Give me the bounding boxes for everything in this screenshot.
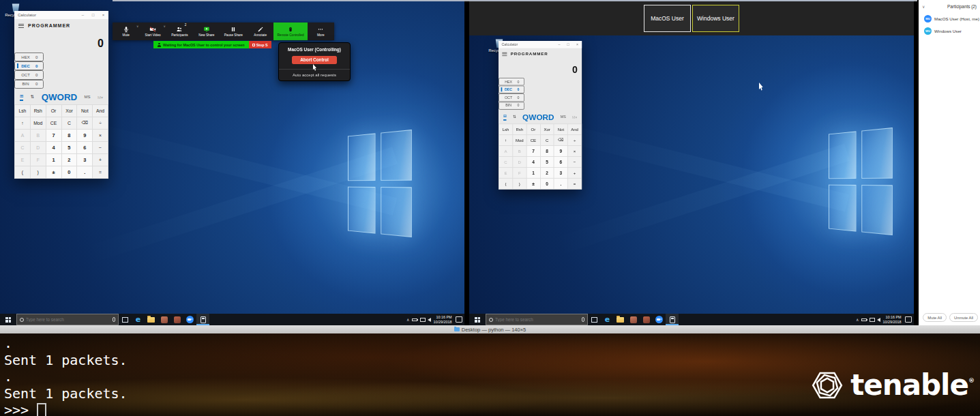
calc-key[interactable]: × — [568, 146, 581, 156]
calc-key[interactable]: D — [513, 157, 526, 167]
speaker-icon[interactable] — [428, 318, 431, 322]
maximize-button[interactable]: □ — [564, 41, 573, 48]
zoom-app-icon[interactable] — [183, 314, 196, 325]
calc-key[interactable]: Xor — [62, 105, 77, 117]
calc-key[interactable]: A — [499, 146, 512, 156]
remote-control-button[interactable]: Remote Controlled — [273, 23, 307, 40]
calc-key[interactable]: 7 — [46, 130, 61, 141]
calc-key[interactable]: C — [62, 117, 77, 129]
calc-key[interactable]: ÷ — [568, 135, 581, 145]
calculator-app-icon[interactable] — [666, 314, 679, 325]
calc-key[interactable]: 8 — [541, 146, 554, 156]
calc-key[interactable]: Not — [77, 105, 92, 117]
calc-key[interactable]: − — [568, 157, 581, 167]
mute-button[interactable]: Mute ∨ — [113, 23, 139, 40]
tray-chevron-up-icon[interactable]: ∧ — [856, 317, 859, 322]
calc-key[interactable]: × — [93, 130, 108, 141]
menu-icon[interactable] — [502, 51, 507, 57]
maximize-button[interactable]: □ — [88, 11, 98, 19]
speaker-icon[interactable] — [877, 318, 880, 322]
calc-key[interactable]: = — [93, 166, 108, 178]
calc-key[interactable]: Rsh — [513, 124, 526, 134]
new-share-button[interactable]: New Share — [193, 23, 220, 40]
calc-key[interactable]: Xor — [541, 124, 554, 134]
file-explorer-icon[interactable] — [614, 314, 627, 325]
calculator-app-icon[interactable] — [196, 314, 209, 325]
start-button[interactable] — [0, 314, 16, 325]
calc-key[interactable]: Mod — [31, 117, 46, 129]
user-switch-button[interactable]: Windows User — [692, 5, 739, 32]
chevron-down-icon[interactable]: ∨ — [136, 25, 138, 28]
memory-menu-button[interactable]: M▾ — [572, 115, 577, 119]
display-icon[interactable] — [870, 318, 875, 322]
calc-key[interactable]: 7 — [526, 146, 539, 156]
calc-key[interactable]: C — [15, 142, 30, 153]
participant-row[interactable]: MU MacOS User (Host, me) — [919, 12, 980, 25]
calc-key[interactable]: 1 — [46, 154, 61, 166]
calc-key[interactable]: CE — [526, 135, 539, 145]
base-row[interactable]: OCT 0 — [499, 93, 524, 102]
calc-key[interactable]: 4 — [46, 142, 61, 153]
full-keypad-icon[interactable]: ⊞ — [20, 93, 23, 101]
calc-key[interactable]: And — [93, 105, 108, 117]
pinned-app-icon[interactable] — [627, 314, 640, 325]
participant-row[interactable]: WU Windows User — [919, 25, 980, 37]
word-size-button[interactable]: QWORD — [522, 113, 554, 121]
calc-key[interactable]: Or — [526, 124, 539, 134]
calc-key[interactable]: Or — [46, 105, 61, 117]
calc-key[interactable]: . — [554, 179, 567, 189]
calc-key[interactable]: 9 — [77, 130, 92, 141]
calc-key[interactable]: ↑ — [499, 135, 512, 145]
calc-key[interactable]: + — [93, 154, 108, 166]
task-view-icon[interactable] — [119, 314, 132, 325]
bit-toggle-icon[interactable]: ⇅ — [513, 115, 516, 119]
memory-store-button[interactable]: MS — [561, 115, 566, 119]
calc-key[interactable]: 3 — [77, 154, 92, 166]
calc-key[interactable]: C — [541, 135, 554, 145]
base-row[interactable]: BIN 0 — [14, 80, 44, 89]
pause-share-button[interactable]: Pause Share — [220, 23, 247, 40]
taskbar-clock[interactable]: 10:16 PM 10/29/2018 — [883, 315, 902, 324]
calc-key[interactable]: F — [31, 154, 46, 166]
calc-key[interactable]: 6 — [554, 157, 567, 167]
calc-key[interactable]: B — [513, 146, 526, 156]
edge-icon[interactable]: e — [132, 314, 145, 325]
calc-key[interactable]: 4 — [526, 157, 539, 167]
menu-icon[interactable] — [18, 23, 24, 29]
participants-button[interactable]: Participants 2 — [166, 23, 193, 40]
base-row[interactable]: DEC 0 — [14, 61, 44, 70]
battery-icon[interactable] — [861, 318, 867, 321]
taskbar-clock[interactable]: 10:16 PM 10/29/2018 — [434, 315, 452, 324]
abort-control-button[interactable]: Abort Control — [292, 56, 337, 64]
taskbar-search[interactable] — [486, 314, 588, 325]
collapse-chevron-icon[interactable]: ∨ — [922, 4, 925, 9]
calc-key[interactable]: Rsh — [31, 105, 46, 117]
unmute-all-button[interactable]: Unmute All — [949, 313, 978, 322]
memory-menu-button[interactable]: M▾ — [98, 95, 103, 100]
search-input[interactable] — [26, 317, 110, 322]
calc-key[interactable]: 0 — [541, 179, 554, 189]
calc-key[interactable]: ) — [513, 179, 526, 189]
calc-key[interactable]: D — [31, 142, 46, 153]
calc-key[interactable]: 9 — [554, 146, 567, 156]
search-input[interactable] — [495, 317, 580, 322]
base-row[interactable]: OCT 0 — [14, 70, 44, 79]
calc-key[interactable]: F — [513, 168, 526, 178]
calc-key[interactable]: ) — [31, 166, 46, 178]
calc-key[interactable]: ⌫ — [554, 135, 567, 145]
chevron-down-icon[interactable]: ∨ — [163, 25, 165, 28]
close-button[interactable]: × — [573, 41, 582, 48]
calc-key[interactable]: CE — [46, 117, 61, 129]
base-row[interactable]: DEC 0 — [499, 86, 524, 94]
calc-key[interactable]: ( — [499, 179, 512, 189]
terminal-titlebar[interactable]: Desktop — python — 140×5 — [0, 325, 980, 333]
more-button[interactable]: More — [308, 23, 334, 40]
taskbar-search[interactable] — [16, 314, 119, 325]
calc-key[interactable]: + — [568, 168, 581, 178]
calc-key[interactable]: E — [499, 168, 512, 178]
tray-chevron-up-icon[interactable]: ∧ — [406, 317, 409, 322]
calc-key[interactable]: 3 — [554, 168, 567, 178]
calc-key[interactable]: And — [568, 124, 581, 134]
calc-key[interactable]: 5 — [541, 157, 554, 167]
calc-key[interactable]: C — [499, 157, 512, 167]
